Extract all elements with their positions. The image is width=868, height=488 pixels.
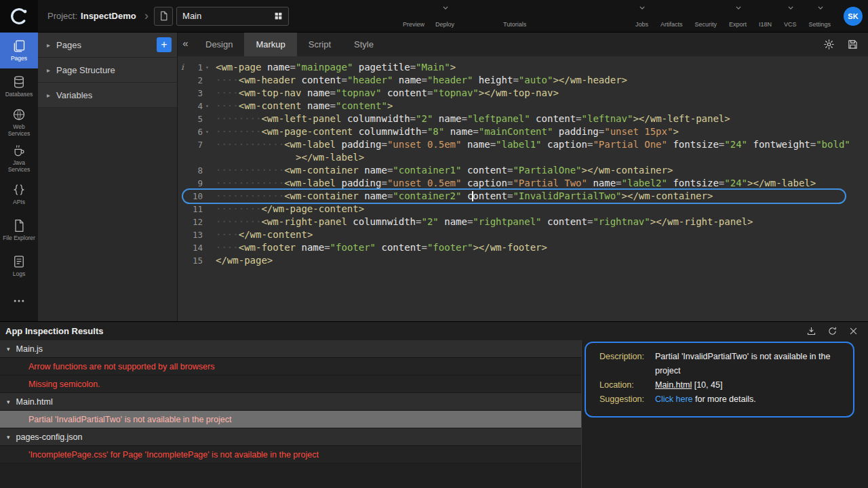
suggestion-link[interactable]: Click here — [655, 394, 693, 404]
document-icon — [159, 11, 169, 21]
code-line-11[interactable]: 11········</wm-page-content> — [178, 203, 868, 216]
close-icon[interactable] — [848, 326, 859, 336]
issue-detail-card: Description: Partial 'InvalidPartialTwo'… — [585, 342, 854, 418]
inspection-group-main-js[interactable]: ▾ Main.js — [0, 340, 581, 358]
line-gutter: 4▾ — [178, 100, 212, 113]
sidebar-item-more[interactable] — [0, 284, 38, 320]
sidebar-item-web-services[interactable]: Web Services — [0, 104, 38, 140]
inspection-group-main-html[interactable]: ▾ Main.html — [0, 393, 581, 411]
inspection-issue-text: Partial 'InvalidPartialTwo' is not avail… — [28, 415, 231, 424]
line-gutter: 6▾ — [178, 125, 212, 138]
code-line-10[interactable]: 10············<wm-container name="contai… — [178, 190, 868, 203]
refresh-icon[interactable] — [827, 326, 837, 336]
inspection-issue[interactable]: 'IncompletePage.css' for Page 'Incomplet… — [0, 446, 581, 464]
line-number: 10 — [187, 190, 203, 203]
tab-style[interactable]: Style — [342, 33, 385, 56]
code-line-text: ····<wm-footer name="footer" content="fo… — [212, 241, 868, 254]
topbar-actions: Preview Deploy Tutorials — [397, 0, 532, 33]
topbar-item-vcs[interactable]: VCS — [778, 0, 803, 33]
sidebar-item-logs[interactable]: Logs — [0, 248, 38, 284]
line-number: 13 — [187, 228, 203, 241]
gear-icon[interactable] — [823, 39, 835, 50]
code-line-14[interactable]: 14····<wm-footer name="footer" content="… — [178, 241, 868, 254]
user-avatar[interactable]: SK — [844, 7, 863, 26]
code-editor[interactable]: i1▾<wm-page name="mainpage" pagetitle="M… — [178, 56, 868, 267]
editor-tabs: DesignMarkupScriptStyle — [194, 33, 385, 56]
fold-caret-icon[interactable]: ▾ — [203, 61, 212, 74]
topbar-item-export[interactable]: Export — [723, 0, 753, 33]
code-line-2[interactable]: 2····<wm-header content="header" name="h… — [178, 74, 868, 87]
code-line-text: <wm-page name="mainpage" pagetitle="Main… — [212, 61, 868, 74]
inspection-issue[interactable]: Partial 'InvalidPartialTwo' is not avail… — [0, 411, 581, 428]
sidebar-item-java-services[interactable]: Java Services — [0, 140, 38, 176]
code-line-13[interactable]: 13····</wm-content> — [178, 228, 868, 241]
code-line-text: ····<wm-header content="header" name="he… — [212, 74, 868, 87]
tab-script[interactable]: Script — [297, 33, 342, 56]
inspection-issue[interactable]: Arrow functions are not supported by all… — [0, 358, 581, 375]
code-line-12[interactable]: 12········<wm-right-panel columnwidth="2… — [178, 216, 868, 228]
sidebar-item-apis[interactable]: APIs — [0, 176, 38, 212]
code-line-continuation[interactable]: ></wm-label> — [178, 151, 868, 164]
save-icon[interactable] — [847, 39, 859, 50]
topbar-item-preview[interactable]: Preview — [397, 0, 430, 33]
line-gutter: 12 — [178, 216, 212, 228]
sidebar-item-label: Logs — [1, 270, 37, 277]
sidebar-item-file-explorer[interactable]: File Explorer — [0, 212, 38, 248]
explorer-section-variables[interactable]: ▸ Variables — [38, 83, 177, 108]
code-line-9[interactable]: 9············<wm-label padding="unset 0.… — [178, 177, 868, 190]
code-line-3[interactable]: 3····<wm-top-nav name="topnav" content="… — [178, 87, 868, 100]
code-line-8[interactable]: 8············<wm-container name="contain… — [178, 164, 868, 177]
topbar-item-deploy[interactable]: Deploy — [430, 0, 460, 33]
topbar-right: Jobs Artifacts Security Export A I18N VC… — [629, 0, 863, 33]
inspection-group-pages-config-json[interactable]: ▾ pages-config.json — [0, 428, 581, 446]
code-line-1[interactable]: i1▾<wm-page name="mainpage" pagetitle="M… — [178, 61, 868, 74]
chevron-right-icon[interactable]: › — [144, 8, 149, 23]
topbar-item-artifacts[interactable]: Artifacts — [654, 0, 689, 33]
line-number: 2 — [187, 74, 203, 87]
line-number: 7 — [187, 138, 203, 151]
app-logo[interactable] — [0, 0, 38, 33]
code-line-5[interactable]: 5········<wm-left-panel columnwidth="2" … — [178, 113, 868, 125]
fold-caret-icon[interactable]: ▾ — [203, 100, 212, 113]
topbar-item-i18n[interactable]: A I18N — [753, 0, 778, 33]
line-gutter: 13 — [178, 228, 212, 241]
inspection-details: Description: Partial 'InvalidPartialTwo'… — [582, 340, 868, 488]
page-file-button[interactable] — [154, 7, 173, 26]
location-file-link[interactable]: Main.html — [655, 380, 692, 390]
topbar-item-settings[interactable]: Settings — [802, 0, 837, 33]
inspection-issue[interactable]: Missing semicolon. — [0, 375, 581, 393]
code-line-text: ····<wm-content name="content"> — [212, 100, 868, 113]
download-icon[interactable] — [806, 326, 816, 336]
line-gutter: 3 — [178, 87, 212, 100]
editor-tabbar: DesignMarkupScriptStyle — [178, 33, 868, 56]
explorer-section-pages[interactable]: ▸ Pages + — [38, 33, 177, 58]
sidebar-item-databases[interactable]: Databases — [0, 68, 38, 104]
tab-label: Markup — [256, 39, 285, 49]
code-line-text: ············<wm-container name="containe… — [212, 164, 868, 177]
description-label: Description: — [599, 350, 655, 378]
add-page-button[interactable]: + — [157, 37, 172, 52]
fold-caret-icon[interactable]: ▾ — [203, 125, 212, 138]
explorer-section-page-structure[interactable]: ▸ Page Structure — [38, 58, 177, 83]
code-line-6[interactable]: 6▾········<wm-page-content columnwidth="… — [178, 125, 868, 138]
topbar-item-label: Tutorials — [503, 21, 526, 28]
line-number: 15 — [187, 254, 203, 267]
code-line-7[interactable]: 7············<wm-label padding="unset 0.… — [178, 138, 868, 151]
topbar-item-security[interactable]: Security — [688, 0, 723, 33]
editor-tab-tools — [823, 33, 859, 56]
tab-design[interactable]: Design — [194, 33, 244, 56]
chevron-down-icon — [443, 6, 448, 9]
topbar-item-jobs[interactable]: Jobs — [629, 0, 654, 33]
collapse-panel-button[interactable]: « — [180, 37, 191, 52]
section-label: Pages — [56, 40, 157, 50]
code-line-15[interactable]: 15</wm-page> — [178, 254, 868, 267]
topbar-item-label: Artifacts — [660, 21, 683, 28]
inspection-header-icons — [806, 326, 859, 336]
code-line-4[interactable]: 4▾····<wm-content name="content"> — [178, 100, 868, 113]
topbar-item-tutorials[interactable]: Tutorials — [498, 0, 532, 33]
page-selector[interactable]: Main — [176, 7, 289, 26]
line-gutter: 11 — [178, 203, 212, 216]
sidebar-item-pages[interactable]: Pages — [0, 33, 38, 68]
apis-icon — [12, 183, 26, 197]
tab-markup[interactable]: Markup — [244, 33, 296, 56]
